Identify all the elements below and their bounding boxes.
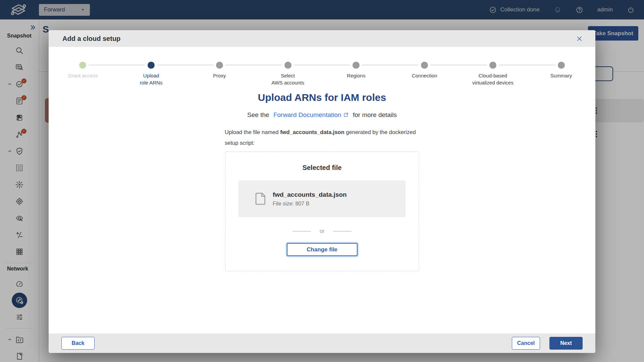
selected-file-heading: Selected file — [225, 164, 419, 172]
step-dot — [284, 62, 291, 69]
modal-body: Grant accessUpload role ARNsProxySelect … — [49, 47, 595, 334]
app-window: Forward Collection done admin Snapshot✓✓… — [0, 0, 644, 362]
step-label: Summary — [550, 72, 572, 79]
step-dot — [489, 62, 496, 69]
or-label: or — [320, 228, 324, 234]
step-regions[interactable]: Regions — [322, 61, 390, 86]
cancel-button[interactable]: Cancel — [512, 337, 540, 350]
step-label: Proxy — [213, 72, 226, 79]
step-dot — [216, 62, 223, 69]
file-name: fwd_accounts_data.json — [273, 191, 347, 198]
step-dot — [421, 62, 428, 69]
file-icon — [253, 190, 267, 208]
external-link-icon — [343, 112, 349, 118]
selected-file-card: fwd_accounts_data.json File size: 807 B — [238, 180, 406, 217]
step-select-aws-accounts[interactable]: Select AWS accounts — [254, 61, 322, 86]
step-label: Regions — [347, 72, 365, 79]
back-button[interactable]: Back — [61, 337, 95, 350]
modal-header: Add a cloud setup — [49, 30, 595, 47]
change-file-button[interactable]: Change file — [287, 243, 358, 256]
subtitle-suffix: for more details — [353, 111, 397, 118]
step-label: Cloud-based virtualized devices — [472, 72, 514, 86]
step-dot — [148, 62, 155, 69]
file-dropzone: Selected file fwd_accounts_data.json Fil… — [225, 152, 419, 271]
add-cloud-setup-modal: Add a cloud setup Grant accessUpload rol… — [49, 30, 595, 353]
step-dot — [353, 62, 360, 69]
step-grant-access[interactable]: Grant access — [49, 61, 117, 86]
step-connection[interactable]: Connection — [390, 61, 459, 86]
file-meta: fwd_accounts_data.json File size: 807 B — [273, 191, 347, 207]
forward-documentation-link[interactable]: Forward Documentation — [273, 111, 349, 118]
step-label: Select AWS accounts — [271, 72, 304, 86]
subtitle-prefix: See the — [247, 111, 269, 118]
close-icon[interactable] — [576, 35, 583, 43]
subtitle: See the Forward Documentation for more d… — [49, 111, 595, 119]
instruction-prefix: Upload the file named — [225, 129, 279, 135]
step-label: Grant access — [68, 72, 98, 79]
file-size: File size: 807 B — [273, 201, 347, 207]
step-label: Upload role ARNs — [140, 72, 163, 86]
instruction-filename: fwd_accounts_data.json — [280, 129, 344, 135]
upload-instruction: Upload the file named fwd_accounts_data.… — [225, 127, 419, 148]
step-proxy[interactable]: Proxy — [185, 61, 254, 86]
modal-footer: Back Cancel Next — [49, 334, 595, 353]
step-label: Connection — [412, 72, 437, 79]
stepper: Grant accessUpload role ARNsProxySelect … — [49, 61, 595, 86]
step-cloud-based-virtualized-devices[interactable]: Cloud-based virtualized devices — [459, 61, 527, 86]
or-divider: or — [225, 228, 419, 234]
modal-title: Add a cloud setup — [62, 35, 120, 43]
step-summary[interactable]: Summary — [527, 61, 595, 86]
page-heading: Upload ARNs for IAM roles — [49, 92, 595, 103]
step-upload-role-arns[interactable]: Upload role ARNs — [117, 61, 185, 86]
step-dot — [558, 62, 565, 69]
step-dot — [79, 62, 86, 69]
next-button[interactable]: Next — [549, 337, 583, 350]
